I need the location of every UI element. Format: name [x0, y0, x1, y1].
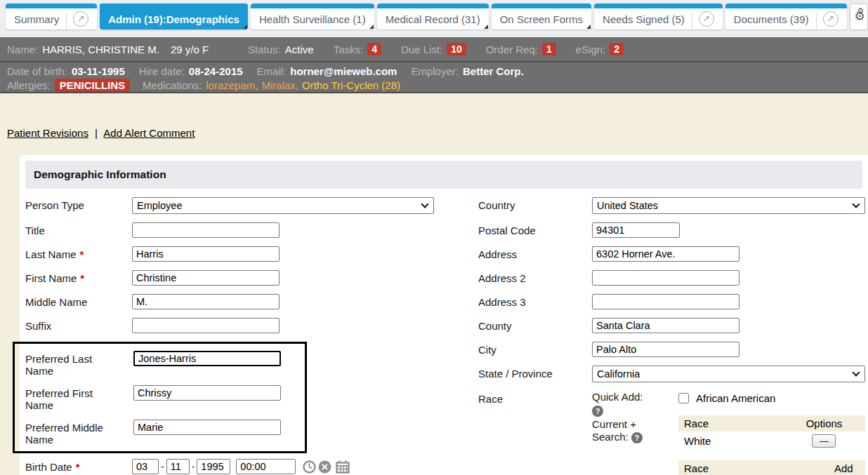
popout-icon[interactable]: ↗ — [699, 11, 714, 27]
tab-menu-caret-icon — [484, 25, 488, 29]
address3-input[interactable] — [592, 294, 739, 309]
medication-item[interactable]: Miralax, — [261, 79, 298, 91]
due-list-count-badge[interactable]: 10 — [447, 43, 466, 55]
patient-age-sex: 29 y/o F — [171, 44, 209, 55]
county-input[interactable] — [592, 318, 739, 333]
postal-code-input[interactable] — [592, 222, 680, 238]
patient-details-bar: Date of birth: 03-11-1995 Hire date: 08-… — [0, 62, 868, 93]
tab-accent-cap — [492, 4, 591, 8]
settings-button[interactable]: ⚙ ⚙ — [850, 4, 868, 30]
tab-summary[interactable]: Summary ↗ — [6, 4, 97, 29]
gear-small-icon: ⚙ — [857, 7, 864, 15]
clear-icon[interactable] — [318, 460, 331, 474]
tab-needs-signed[interactable]: Needs Signed (5) ↗ — [594, 4, 723, 29]
tasks-count-badge[interactable]: 4 — [367, 43, 381, 55]
address2-input[interactable] — [592, 270, 739, 286]
preferred-first-name-label: Preferred First Name — [25, 385, 133, 411]
esign-count-badge[interactable]: 2 — [610, 43, 624, 55]
birth-time-input[interactable] — [236, 459, 296, 474]
last-name-input[interactable] — [132, 246, 280, 262]
tab-medical-record[interactable]: Medical Record (31) — [377, 4, 489, 29]
preferred-first-name-input[interactable] — [133, 385, 281, 401]
required-marker: * — [76, 461, 80, 473]
preferred-middle-name-label: Preferred Middle Name — [25, 420, 133, 446]
race-column-header: Race — [678, 415, 783, 431]
middle-name-input[interactable] — [132, 294, 280, 309]
patient-summary-bar: Name: HARRIS, CHRISTINE M. 29 y/o F Stat… — [0, 37, 868, 62]
title-input[interactable] — [132, 222, 280, 238]
popout-icon[interactable]: ↗ — [823, 11, 839, 27]
preferred-middle-name-input[interactable] — [133, 420, 281, 435]
link-separator: | — [95, 127, 98, 139]
preferred-last-name-input[interactable] — [133, 351, 281, 366]
name-label: Name: — [7, 44, 38, 55]
race-add-table: Race Add — [678, 460, 865, 475]
tab-accent-cap — [100, 4, 248, 8]
calendar-icon[interactable] — [336, 460, 350, 474]
address-label: Address — [478, 246, 592, 260]
birth-date-label: Birth Date* — [25, 459, 132, 473]
medication-item[interactable]: lorazepam, — [206, 79, 258, 91]
medication-item[interactable]: Ortho Tri-Cyclen (28) — [302, 79, 400, 91]
patient-name: HARRIS, CHRISTINE M. — [42, 44, 159, 55]
tab-on-screen-forms[interactable]: On Screen Forms — [492, 4, 591, 29]
state-province-label: State / Province — [478, 366, 592, 380]
state-province-value: California — [597, 368, 640, 380]
chevron-down-icon — [852, 368, 860, 376]
due-list-label: Due List: — [401, 44, 442, 55]
employer-value: Better Corp. — [463, 65, 524, 77]
quick-add-label: Quick Add: — [592, 391, 678, 403]
tab-menu-caret-icon — [369, 25, 374, 29]
patient-revisions-link[interactable]: Patient Revisions — [7, 127, 88, 139]
tab-divider — [816, 13, 817, 29]
allergies-label: Allergies: — [7, 79, 51, 91]
tab-medical-record-label: Medical Record (31) — [386, 13, 480, 25]
options-column-header: Options — [783, 415, 865, 431]
county-label: County — [478, 318, 592, 332]
tab-documents-label: Documents (39) — [734, 13, 809, 25]
preferred-last-name-label: Preferred Last Name — [25, 351, 133, 377]
person-type-value: Employee — [137, 200, 182, 211]
hire-date-label: Hire date: — [139, 65, 185, 77]
tab-health-surveillance[interactable]: Health Surveillance (1) — [251, 4, 374, 29]
order-req-label: Order Req: — [486, 44, 538, 55]
address-input[interactable] — [592, 246, 739, 262]
suffix-input[interactable] — [132, 318, 280, 333]
birth-day-input[interactable] — [166, 459, 190, 474]
tab-health-surveillance-label: Health Surveillance (1) — [259, 13, 366, 25]
allergy-badge[interactable]: PENICILLINS — [55, 79, 130, 92]
popout-icon[interactable]: ↗ — [73, 11, 88, 27]
person-type-select[interactable]: Employee — [132, 197, 434, 214]
suffix-label: Suffix — [25, 318, 132, 332]
birth-year-input[interactable] — [197, 459, 230, 474]
clock-icon[interactable] — [303, 460, 316, 474]
chevron-down-icon — [421, 200, 428, 208]
tab-accent-cap — [725, 4, 847, 8]
dob-label: Date of birth: — [7, 65, 67, 77]
help-icon[interactable]: ? — [631, 432, 643, 443]
help-icon[interactable]: ? — [592, 406, 603, 417]
tab-accent-cap — [6, 4, 97, 8]
medications-label: Medications: — [143, 79, 202, 91]
postal-code-label: Postal Code — [478, 222, 592, 236]
city-input[interactable] — [592, 342, 739, 357]
title-label: Title — [25, 222, 132, 236]
birth-month-input[interactable] — [132, 459, 159, 474]
tab-documents[interactable]: Documents (39) ↗ — [725, 4, 847, 29]
chevron-down-icon — [852, 200, 860, 208]
country-select[interactable]: United States — [592, 197, 865, 214]
state-province-select[interactable]: California — [592, 366, 865, 382]
tab-bar: Summary ↗ Admin (19):Demographics Health… — [0, 0, 868, 37]
tab-summary-label: Summary — [14, 13, 59, 25]
tab-needs-signed-label: Needs Signed (5) — [603, 13, 685, 25]
tab-admin-demographics[interactable]: Admin (19):Demographics — [100, 4, 248, 29]
required-marker: * — [80, 248, 84, 260]
race-row-value: White — [678, 431, 783, 450]
add-column-header: Add — [829, 460, 865, 475]
panel-title: Demographic Information — [25, 161, 862, 189]
remove-race-button[interactable]: — — [812, 434, 836, 448]
african-american-checkbox[interactable] — [678, 393, 689, 403]
order-req-count-badge[interactable]: 1 — [542, 43, 556, 55]
add-alert-comment-link[interactable]: Add Alert Comment — [103, 127, 195, 139]
first-name-input[interactable] — [132, 270, 280, 286]
